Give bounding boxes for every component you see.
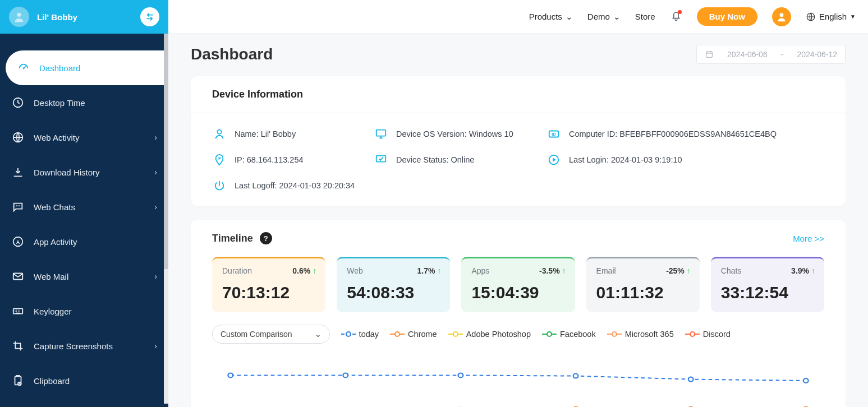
calendar-icon <box>705 50 714 59</box>
svg-text:IP: IP <box>218 156 222 160</box>
legend-label: Microsoft 365 <box>625 330 674 339</box>
device-os-row: Device OS Version: Windows 10 <box>374 127 531 141</box>
sidebar-item-clipboard[interactable]: Clipboard <box>0 363 168 398</box>
nav-products[interactable]: Products ⌄ <box>529 12 573 22</box>
sidebar-item-label: Web Mail <box>34 272 154 281</box>
tile-percent: 1.7%↑ <box>417 266 441 275</box>
chevron-right-icon: › <box>154 202 157 211</box>
page-header: Dashboard 2024-06-06 - 2024-06-12 <box>191 45 846 64</box>
dropdown-label: Custom Comparison <box>221 330 292 339</box>
device-login-row: Last Login: 2024-01-03 9:19:10 <box>546 152 824 167</box>
chevron-right-icon: › <box>154 133 157 142</box>
tile-value: 33:12:54 <box>721 283 814 302</box>
clipboard-icon <box>11 374 25 387</box>
id-icon: ID <box>546 127 561 141</box>
series-point <box>343 373 348 377</box>
sidebar-item-capture-screenshots[interactable]: Capture Screenshots› <box>0 329 168 363</box>
sidebar-item-dashboard[interactable]: Dashboard <box>6 50 168 85</box>
sidebar-item-web-mail[interactable]: Web Mail› <box>0 259 168 294</box>
caret-down-icon: ▼ <box>850 13 856 20</box>
nav-store[interactable]: Store <box>635 12 655 21</box>
ip-icon: IP <box>212 152 227 167</box>
buy-now-button[interactable]: Buy Now <box>697 7 757 26</box>
sidebar-item-label: Clipboard <box>34 376 157 386</box>
sidebar-item-label: Web Chats <box>34 202 154 212</box>
tile-apps[interactable]: Apps-3.5%↑15:04:39 <box>461 257 575 312</box>
sidebar-scrollbar-thumb[interactable] <box>164 34 168 269</box>
legend-facebook[interactable]: Facebook <box>542 330 596 339</box>
status-icon <box>374 152 388 167</box>
sidebar-item-desktop-time[interactable]: Desktop Time <box>0 85 168 120</box>
svg-text:A: A <box>16 239 20 245</box>
legend-adobe[interactable]: Adobe Photoshop <box>448 330 531 339</box>
nav-demo[interactable]: Demo ⌄ <box>587 12 621 22</box>
svg-point-16 <box>217 130 221 134</box>
series-point <box>573 374 578 378</box>
device-name-text: Name: Lil' Bobby <box>235 130 296 138</box>
legend-chrome[interactable]: Chrome <box>390 330 437 339</box>
legend-today[interactable]: today <box>341 330 379 339</box>
tile-duration[interactable]: Duration0.6%↑70:13:12 <box>212 257 325 312</box>
card-title: Device Information <box>212 89 303 100</box>
sidebar: Lil' Bobby DashboardDesktop TimeWeb Acti… <box>0 0 168 407</box>
sidebar-item-web-chats[interactable]: Web Chats› <box>0 189 168 224</box>
tile-percent: -25%↑ <box>666 266 691 275</box>
arrow-up-icon: ↑ <box>811 266 815 275</box>
monitor-icon <box>374 127 388 141</box>
chevron-down-icon: ⌄ <box>315 330 322 339</box>
device-info-card: Device Information Name: Lil' Bobby Devi… <box>191 76 846 206</box>
device-logoff-text: Last Logoff: 2024-01-03 20:20:34 <box>235 181 355 190</box>
sidebar-item-label: Download History <box>34 168 154 177</box>
language-selector[interactable]: English ▼ <box>806 12 856 22</box>
tile-chats[interactable]: Chats3.9%↑33:12:54 <box>711 257 824 312</box>
sidebar-item-download-history[interactable]: Download History› <box>0 155 168 189</box>
app-icon: A <box>11 235 25 248</box>
device-id-row: ID Computer ID: BFEBFBFF000906EDSS9AN846… <box>546 127 824 141</box>
language-label: English <box>819 12 847 21</box>
tile-percent: 0.6%↑ <box>292 266 316 275</box>
sidebar-item-web-activity[interactable]: Web Activity› <box>0 120 168 155</box>
profile-button[interactable] <box>772 7 791 26</box>
legend-microsoft[interactable]: Microsoft 365 <box>607 330 674 339</box>
user-icon <box>212 127 227 141</box>
device-id-text: Computer ID: BFEBFBFF000906EDSS9AN84651C… <box>569 130 777 138</box>
tile-value: 15:04:39 <box>471 283 564 302</box>
chevron-right-icon: › <box>154 341 157 350</box>
user-name: Lil' Bobby <box>37 12 140 22</box>
series-point <box>458 373 463 377</box>
notification-dot <box>678 10 682 14</box>
globe-icon <box>806 12 816 22</box>
more-link[interactable]: More >> <box>793 234 824 243</box>
chart-svg <box>212 360 824 407</box>
legend-label: today <box>359 330 379 339</box>
sidebar-scrollbar[interactable] <box>164 34 168 404</box>
legend-label: Discord <box>703 330 731 339</box>
help-badge[interactable]: ? <box>260 232 272 244</box>
notifications-button[interactable] <box>670 10 682 24</box>
nav-demo-label: Demo <box>587 12 610 21</box>
sidebar-header: Lil' Bobby <box>0 0 168 34</box>
avatar[interactable] <box>9 7 29 27</box>
tile-value: 01:11:32 <box>596 283 690 302</box>
series-point <box>228 373 233 377</box>
chat-icon <box>11 200 25 214</box>
sidebar-item-app-activity[interactable]: AApp Activity <box>0 224 168 259</box>
date-range-picker[interactable]: 2024-06-06 - 2024-06-12 <box>696 45 846 64</box>
tile-web[interactable]: Web1.7%↑54:08:33 <box>337 257 450 312</box>
topbar: Products ⌄ Demo ⌄ Store Buy Now English … <box>168 0 868 34</box>
main: Products ⌄ Demo ⌄ Store Buy Now English … <box>168 0 868 407</box>
swap-icon <box>144 11 155 22</box>
date-to: 2024-06-12 <box>797 50 837 59</box>
clock-icon <box>11 96 25 109</box>
svg-point-13 <box>780 13 784 17</box>
sidebar-item-keylogger[interactable]: Keylogger <box>0 294 168 329</box>
download-icon <box>11 165 25 179</box>
tile-value: 54:08:33 <box>347 283 440 302</box>
arrow-up-icon: ↑ <box>313 266 316 275</box>
legend-discord[interactable]: Discord <box>685 330 731 339</box>
user-icon <box>13 11 25 23</box>
device-os-text: Device OS Version: Windows 10 <box>396 130 513 138</box>
tile-email[interactable]: Email-25%↑01:11:32 <box>586 257 700 312</box>
comparison-dropdown[interactable]: Custom Comparison ⌄ <box>212 325 330 344</box>
swap-button[interactable] <box>140 7 159 26</box>
